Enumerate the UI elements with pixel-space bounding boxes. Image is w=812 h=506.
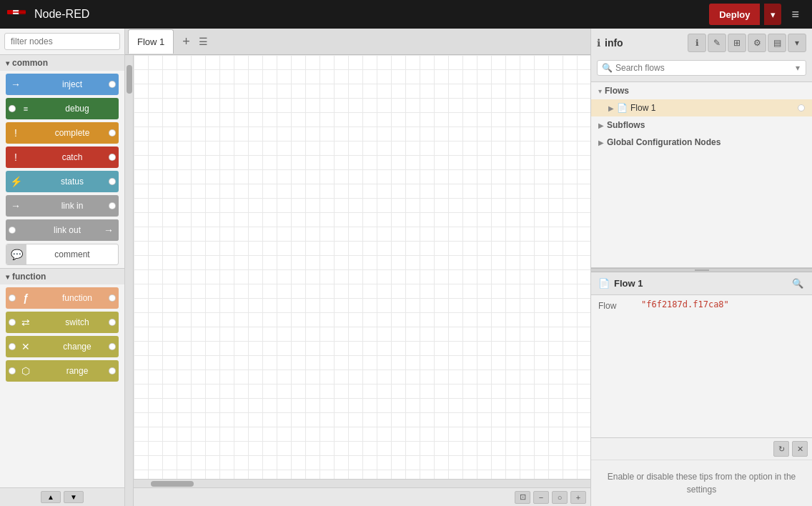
tree-flow1-item[interactable]: ▶ 📄 Flow 1 <box>591 99 812 116</box>
tips-refresh-button[interactable]: ↻ <box>773 441 789 457</box>
catch-icon: ! <box>6 147 26 168</box>
scroll-down-button[interactable]: ▼ <box>64 491 84 503</box>
horizontal-scrollbar[interactable] <box>134 479 590 487</box>
flow-prop-row: Flow "f6f2187d.f17ca8" <box>598 299 805 311</box>
tree-flows-header[interactable]: ▾ Flows <box>591 82 812 99</box>
node-complete[interactable]: ! complete <box>6 122 119 144</box>
tree-subflows-header[interactable]: ▶ Subflows <box>591 116 812 134</box>
tips-header: ↻ ✕ <box>591 438 812 460</box>
flows-section-label: Flows <box>605 86 629 96</box>
app-title: Node-RED <box>34 8 89 21</box>
filter-nodes-input[interactable] <box>4 33 120 50</box>
topbar: Node-RED Deploy ▾ ≡ <box>0 0 812 29</box>
function-category-label: function <box>12 272 46 282</box>
tips-close-button[interactable]: ✕ <box>792 441 808 457</box>
info-panel-label: info <box>605 37 686 49</box>
change-port-left <box>9 343 16 350</box>
flow1-status-dot <box>798 104 805 111</box>
debug-port-left <box>9 105 16 112</box>
search-flows-dropdown[interactable]: ▾ <box>794 63 801 73</box>
search-flows-input[interactable] <box>615 63 794 73</box>
topbar-right: Deploy ▾ ≡ <box>709 4 805 25</box>
main-layout: ▾ common → inject ≡ debug ! <box>0 29 812 506</box>
function-label: function <box>36 293 119 303</box>
node-red-logo-icon <box>7 7 29 21</box>
range-icon: ⬡ <box>16 360 36 382</box>
function-port-left <box>9 294 16 302</box>
flows-section-arrow: ▾ <box>598 87 602 95</box>
flow-tabs-bar: Flow 1 + ☰ <box>125 29 590 55</box>
complete-label: complete <box>26 128 119 138</box>
range-port-left <box>9 367 16 374</box>
node-function[interactable]: ƒ function <box>6 287 119 309</box>
function-category-arrow: ▾ <box>6 273 9 281</box>
flow-prop-value: "f6f2187d.f17ca8" <box>641 299 729 309</box>
flow-area: Flow 1 + ☰ ⊡ − ○ + <box>125 29 590 506</box>
info-action-db-btn[interactable]: ▤ <box>768 34 786 52</box>
inject-label: inject <box>26 79 119 89</box>
comment-icon: 💬 <box>6 244 26 265</box>
zoom-out-button[interactable]: − <box>533 491 549 504</box>
info-action-layout-btn[interactable]: ⊞ <box>728 34 746 52</box>
node-status[interactable]: ⚡ status <box>6 171 119 192</box>
flow-info-search-button[interactable]: 🔍 <box>791 277 805 290</box>
zoom-fit-button[interactable]: ⊡ <box>515 491 530 504</box>
switch-port-right <box>109 319 116 326</box>
node-range[interactable]: ⬡ range <box>6 360 119 382</box>
search-flows-icon: 🔍 <box>602 63 613 73</box>
node-link-in[interactable]: → link in <box>6 195 119 217</box>
flow-tab-flow1[interactable]: Flow 1 <box>128 29 174 54</box>
flow-info-panel: 📄 Flow 1 🔍 Flow "f6f2187d.f17ca8" <box>591 272 812 319</box>
flow-tab-label: Flow 1 <box>137 36 164 47</box>
function-icon: ƒ <box>16 287 36 309</box>
node-comment[interactable]: 💬 comment <box>6 244 119 265</box>
tips-content: Enable or disable these tips from the op… <box>591 460 812 506</box>
flow-canvas[interactable] <box>134 55 590 479</box>
range-port-right <box>109 367 116 374</box>
node-palette: ▾ common → inject ≡ debug ! <box>0 29 125 506</box>
change-port-right <box>109 343 116 350</box>
zoom-in-button[interactable]: + <box>570 491 586 504</box>
info-action-settings-btn[interactable]: ⚙ <box>748 34 766 52</box>
node-catch[interactable]: ! catch <box>6 147 119 168</box>
status-icon: ⚡ <box>6 171 26 192</box>
zoom-reset-button[interactable]: ○ <box>552 491 568 504</box>
hamburger-menu-button[interactable]: ≡ <box>786 4 805 25</box>
scroll-up-button[interactable]: ▲ <box>41 491 61 503</box>
flow-info-header: 📄 Flow 1 🔍 <box>591 272 812 295</box>
link-in-icon: → <box>6 195 26 217</box>
change-icon: ✕ <box>16 336 36 357</box>
resize-grip-icon <box>688 269 716 272</box>
left-scrollbar[interactable] <box>125 55 134 506</box>
flow-properties: Flow "f6f2187d.f17ca8" <box>591 295 812 319</box>
deploy-dropdown-button[interactable]: ▾ <box>764 4 781 25</box>
node-debug[interactable]: ≡ debug <box>6 98 119 119</box>
vertical-scrollbar-thumb <box>127 65 132 94</box>
search-flows-container: 🔍 ▾ <box>597 60 806 76</box>
node-inject[interactable]: → inject <box>6 74 119 95</box>
info-action-edit-btn[interactable]: ✎ <box>708 34 726 52</box>
global-config-arrow: ▶ <box>598 139 604 147</box>
node-switch[interactable]: ⇄ switch <box>6 312 119 333</box>
debug-label: debug <box>36 104 119 114</box>
category-function[interactable]: ▾ function <box>0 268 124 284</box>
flow-prop-key: Flow <box>598 299 641 311</box>
flows-tree: ▾ Flows ▶ 📄 Flow 1 ▶ Subflows ▶ Global C… <box>591 82 812 268</box>
node-list: ▾ common → inject ≡ debug ! <box>0 54 124 487</box>
flow-bottom-bar: ⊡ − ○ + <box>134 487 590 506</box>
flow1-arrow: ▶ <box>608 104 614 112</box>
add-flow-button[interactable]: + <box>178 34 194 49</box>
tree-global-config-header[interactable]: ▶ Global Configuration Nodes <box>591 134 812 151</box>
complete-port-right <box>109 129 116 137</box>
info-panel-dropdown-btn[interactable]: ▾ <box>788 34 806 52</box>
node-link-out[interactable]: link out → <box>6 219 119 241</box>
sidebar-scroll-buttons: ▲ ▼ <box>0 487 124 506</box>
node-change[interactable]: ✕ change <box>6 336 119 357</box>
info-action-info-btn[interactable]: ℹ <box>688 34 706 52</box>
common-category-label: common <box>12 58 48 68</box>
category-common[interactable]: ▾ common <box>0 54 124 71</box>
common-category-arrow: ▾ <box>6 59 9 67</box>
deploy-button[interactable]: Deploy <box>709 4 760 25</box>
flow-tab-menu-button[interactable]: ☰ <box>194 36 212 47</box>
switch-port-left <box>9 319 16 326</box>
